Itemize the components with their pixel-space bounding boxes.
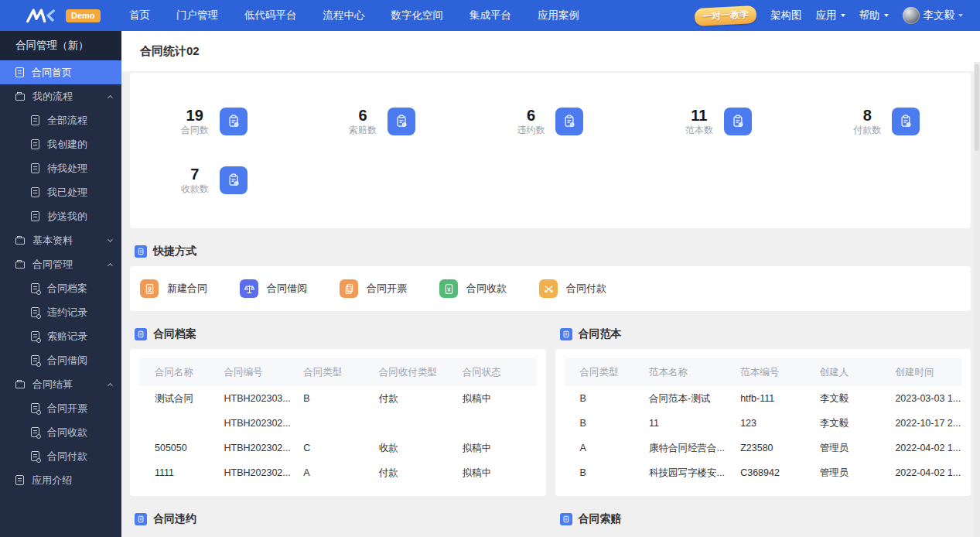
section-title: 合同索赔 (579, 512, 622, 526)
table-row[interactable]: B 科技园写字楼安... C368942 管理员 2022-04-02 1... (565, 460, 962, 485)
stat-value: 11 (685, 107, 713, 124)
stats-card: 19 合同数 6 索赔数 (130, 73, 971, 228)
quick-action-contract-payment[interactable]: 合同付款 (539, 279, 639, 298)
table-header-row: 合同类型 范本名称 范本编号 创建人 创建时间 (565, 358, 962, 386)
sidebar-item-contract-invoice[interactable]: 合同开票 (0, 396, 121, 420)
stat-label: 合同数 (181, 124, 209, 136)
column-header: 合同类型 (294, 358, 370, 386)
table-row[interactable]: 505050 HTBH202302... C 收款 拟稿中 (139, 436, 537, 460)
sidebar-item-app-intro[interactable]: 应用介绍 (0, 468, 121, 492)
document-icon (15, 475, 24, 485)
contract-icon (31, 427, 39, 437)
logo[interactable]: Demo (0, 8, 121, 23)
stat-label: 索赔数 (349, 124, 377, 136)
clipboard-gear-icon[interactable] (724, 108, 752, 135)
column-header: 范本编号 (731, 358, 811, 386)
column-header: 范本名称 (640, 358, 731, 386)
section-title: 合同范本 (579, 327, 622, 341)
table-header-row: 合同名称 合同编号 合同类型 合同收付类型 合同状态 (139, 358, 537, 386)
nav-item-home[interactable]: 首页 (129, 9, 150, 22)
column-header: 合同类型 (565, 358, 640, 386)
scrollbar-thumb[interactable] (975, 64, 979, 151)
promo-badge[interactable]: 一对一教学 (694, 5, 756, 26)
sidebar-group-basic-data[interactable]: 基本资料 (0, 228, 121, 252)
table-row[interactable]: A 康特合同经营合... Z23580 管理员 2022-04-02 1... (565, 436, 962, 460)
sidebar-item-cc-me[interactable]: 抄送我的 (0, 204, 121, 228)
contract-icon (31, 355, 39, 365)
contract-archive-table: 合同名称 合同编号 合同类型 合同收付类型 合同状态 测 (130, 349, 546, 496)
clipboard-gear-icon[interactable] (892, 108, 920, 135)
table-row[interactable]: 测试合同 HTBH202303... B 付款 拟稿中 (139, 386, 537, 411)
sidebar-item-created-by-me[interactable]: 我创建的 (0, 132, 121, 156)
clipboard-gear-icon[interactable] (388, 108, 415, 135)
sidebar-item-contract-receipt[interactable]: 合同收款 (0, 420, 121, 444)
sidebar-item-contract-home[interactable]: 合同首页 (0, 60, 121, 84)
sidebar-group-contract-mgmt[interactable]: 合同管理 (0, 252, 121, 276)
sidebar-group-contract-settlement[interactable]: 合同结算 (0, 372, 121, 396)
architecture-link[interactable]: 架构图 (770, 9, 802, 22)
sidebar-item-label: 违约记录 (47, 306, 87, 320)
table-row[interactable]: 1111 HTBH202302... A 付款 拟稿中 (139, 460, 537, 485)
chevron-up-icon (108, 382, 113, 388)
stat-label: 付款数 (853, 124, 881, 136)
help-menu[interactable]: 帮助 (859, 9, 889, 22)
clipboard-gear-icon[interactable] (220, 166, 248, 194)
nav-item-digital-space[interactable]: 数字化空间 (391, 9, 444, 22)
table-row[interactable]: B 合同范本-测试 htfb-111 李文毅 2023-03-03 1... (565, 386, 962, 411)
quick-action-contract-invoice[interactable]: 合同开票 (340, 279, 439, 298)
contract-icon (31, 307, 39, 317)
sidebar-group-my-flows[interactable]: 我的流程 (0, 84, 121, 108)
sidebar-item-claim-records[interactable]: 索赔记录 (0, 324, 121, 348)
sidebar-item-label: 全部流程 (47, 114, 87, 128)
stat-receipts: 7 收款数 (130, 166, 298, 195)
table-row[interactable]: B 11 123 李文毅 2022-10-17 2... (565, 411, 962, 436)
sidebar-item-handled-by-me[interactable]: 我已处理 (0, 180, 121, 204)
document-icon (15, 67, 24, 77)
contract-icon (31, 403, 39, 413)
sidebar-item-contract-payment[interactable]: 合同付款 (0, 444, 121, 468)
user-name: 李文毅 (924, 9, 955, 22)
stat-breaches: 6 违约数 (466, 107, 634, 136)
apps-menu[interactable]: 应用 (816, 9, 845, 22)
scales-icon (240, 279, 258, 298)
quick-action-label: 合同借阅 (267, 282, 307, 296)
quick-action-new-contract[interactable]: 新建合同 (140, 279, 240, 298)
document-icon (31, 211, 39, 221)
sidebar-group-label: 合同管理 (32, 258, 73, 272)
contract-icon (31, 451, 39, 461)
sidebar-item-breach-records[interactable]: 违约记录 (0, 300, 121, 324)
logo-demo-badge: Demo (66, 9, 101, 22)
contract-breach-header: 合同违约 (135, 512, 541, 526)
main-area: 合同统计02 19 合同数 6 (121, 31, 980, 537)
clipboard-gear-icon[interactable] (555, 108, 583, 135)
section-document-icon (135, 328, 147, 340)
logo-mark-icon (26, 8, 61, 23)
stat-label: 范本数 (685, 124, 713, 136)
stat-value: 19 (181, 107, 209, 124)
column-header: 合同状态 (453, 358, 537, 386)
nav-item-app-cases[interactable]: 应用案例 (538, 9, 579, 22)
nav-item-portal[interactable]: 门户管理 (176, 9, 218, 22)
document-icon (31, 187, 39, 197)
user-menu[interactable]: 李文毅 (903, 7, 964, 24)
quick-action-label: 合同收款 (466, 282, 507, 296)
sidebar-item-contract-borrow[interactable]: 合同借阅 (0, 348, 121, 372)
clipboard-gear-icon[interactable] (220, 108, 248, 135)
nav-item-lowcode[interactable]: 低代码平台 (244, 9, 297, 22)
sidebar-item-pending-me[interactable]: 待我处理 (0, 156, 121, 180)
sidebar-item-label: 合同首页 (32, 66, 72, 80)
nav-item-integration[interactable]: 集成平台 (470, 9, 511, 22)
column-header: 创建人 (811, 358, 886, 386)
contract-new-icon (140, 279, 159, 298)
quick-action-contract-receipt[interactable]: 合同收款 (439, 279, 539, 298)
sidebar-item-contract-archive[interactable]: 合同档案 (0, 276, 121, 300)
sidebar-item-all-flows[interactable]: 全部流程 (0, 108, 121, 132)
apps-label: 应用 (816, 9, 837, 22)
vertical-scrollbar[interactable] (974, 62, 980, 537)
quick-action-contract-borrow[interactable]: 合同借阅 (240, 279, 340, 298)
column-header: 创建时间 (886, 358, 961, 386)
contract-archive-section: 合同档案 合同名称 合同编号 合同类型 合同收付类型 (130, 311, 546, 496)
nav-item-flow-center[interactable]: 流程中心 (323, 9, 365, 22)
page-title: 合同统计02 (121, 31, 980, 71)
table-row[interactable]: HTBH202302... (139, 411, 537, 436)
